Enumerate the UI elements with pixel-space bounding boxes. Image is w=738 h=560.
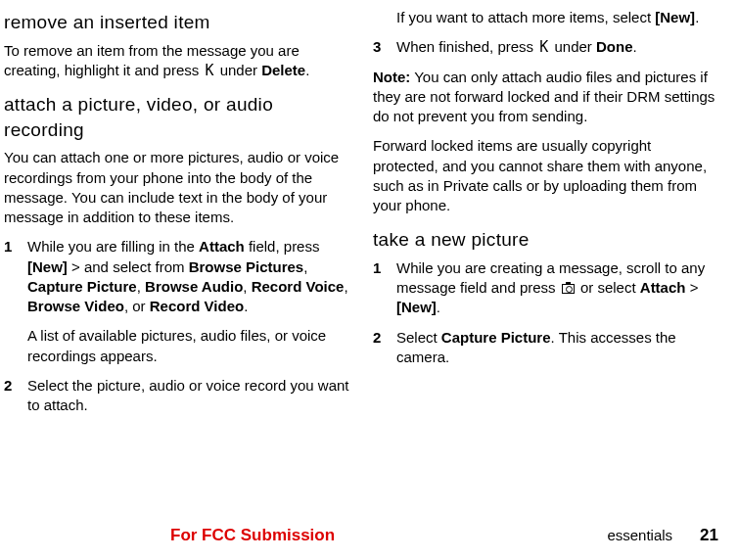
heading-take-picture: take a new picture — [373, 227, 718, 253]
label-done: Done — [596, 38, 633, 55]
step-2: 2 Select the picture, audio or voice rec… — [4, 376, 349, 416]
step-1-sub: A list of available pictures, audio file… — [27, 326, 349, 366]
right-column: If you want to attach more items, select… — [373, 8, 718, 517]
step-1: 1 While you are filling in the Attach fi… — [4, 237, 349, 316]
step-3: 3 When finished, press K under Done. — [373, 37, 718, 57]
left-column: remove an inserted item To remove an ite… — [4, 8, 349, 517]
camera-icon — [562, 284, 575, 294]
label-delete: Delete — [261, 62, 305, 78]
pic-step-2: 2 Select Capture Picture. This accesses … — [373, 328, 718, 368]
page-number: 21 — [700, 525, 718, 547]
heading-remove-item: remove an inserted item — [4, 10, 349, 35]
softkey-icon: K — [203, 61, 215, 80]
step-2-cont: If you want to attach more items, select… — [396, 8, 718, 27]
softkey-icon: K — [537, 37, 550, 57]
heading-attach: attach a picture, video, or audio record… — [4, 92, 349, 142]
pic-step-1: 1 While you are creating a message, scro… — [373, 258, 718, 318]
para-forward-locked: Forward locked items are usually copyrig… — [373, 136, 718, 215]
footer: For FCC Submission essentials 21 — [4, 525, 718, 547]
para-attach-intro: You can attach one or more pictures, aud… — [4, 148, 349, 227]
section-label: essentials — [607, 526, 672, 545]
para-remove-item: To remove an item from the message you a… — [4, 41, 349, 81]
fcc-label: For FCC Submission — [170, 525, 335, 547]
note-label: Note: — [373, 69, 410, 85]
note: Note: You can only attach audio files an… — [373, 68, 718, 127]
